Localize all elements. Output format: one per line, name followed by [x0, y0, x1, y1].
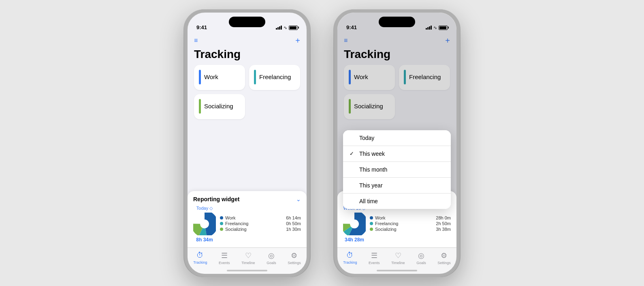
legend-name-socializing-1: Socializing: [225, 227, 247, 232]
app-header-1: ≡ +: [188, 33, 307, 47]
status-time-2: 9:41: [346, 24, 357, 30]
work-label-1: Work: [204, 73, 218, 80]
tab-events-2[interactable]: ☰ Events: [369, 251, 380, 265]
tab-events-label-1: Events: [219, 261, 230, 265]
legend-left-work-1: Work: [220, 215, 235, 220]
battery-icon-1: [289, 26, 298, 30]
home-indicator-1: [227, 270, 267, 271]
tab-goals-label-1: Goals: [267, 261, 276, 265]
signal-bar-2-4: [431, 26, 432, 30]
tab-timeline-1[interactable]: ♡ Timeline: [241, 251, 255, 265]
legend-left-freelancing-1: Freelancing: [220, 221, 248, 226]
tab-timeline-2[interactable]: ♡ Timeline: [391, 251, 405, 265]
wifi-icon-1: ∿: [284, 25, 287, 30]
home-indicator-2: [377, 270, 417, 271]
freelancing-label-1: Freelancing: [259, 73, 291, 80]
signal-bar-2-3: [429, 26, 430, 30]
dropdown-today-label: Today: [359, 135, 374, 141]
dropdown-this-month[interactable]: This month: [343, 162, 451, 178]
legend-row-work-2: Work 28h 0m: [370, 215, 451, 220]
tab-tracking-icon-2: ⏱: [346, 251, 354, 260]
tab-settings-1[interactable]: ⚙ Settings: [288, 251, 301, 265]
menu-icon-1[interactable]: ≡: [194, 37, 198, 44]
legend-row-work-1: Work 6h 14m: [220, 215, 301, 220]
widget-period-1[interactable]: Today ◇: [196, 206, 213, 211]
legend-time-socializing-1: 1h 30m: [286, 227, 301, 232]
legend-left-work-2: Work: [370, 215, 385, 220]
tab-goals-icon-1: ◎: [268, 251, 275, 260]
freelancing-indicator-1: [254, 70, 256, 84]
phone-frame-1: 9:41 ∿ ≡ +: [184, 9, 310, 277]
widget-body-2: Week 16 ◇ 34h 28m W: [343, 206, 451, 243]
tab-tracking-label-1: Tracking: [193, 260, 207, 264]
legend-time-socializing-2: 3h 38m: [436, 227, 451, 232]
tab-goals-1[interactable]: ◎ Goals: [267, 251, 276, 265]
wifi-icon-2: ∿: [433, 25, 437, 30]
dropdown-this-year[interactable]: This year: [343, 178, 451, 194]
signal-bar-3: [279, 26, 280, 30]
dynamic-island-2: [379, 17, 415, 27]
tab-settings-2[interactable]: ⚙ Settings: [437, 251, 451, 265]
phone-1: 9:41 ∿ ≡ +: [184, 9, 310, 277]
reporting-widget-1: Reporting widget ⌄ Today ◇: [188, 191, 307, 247]
category-card-freelancing-1[interactable]: Freelancing: [249, 65, 300, 90]
tab-goals-label-2: Goals: [416, 261, 426, 265]
socializing-indicator-1: [199, 99, 201, 114]
tab-events-icon-2: ☰: [371, 251, 377, 260]
category-card-socializing-1[interactable]: Socializing: [194, 94, 245, 119]
add-icon-1[interactable]: +: [295, 36, 300, 45]
check-this-week: ✓: [350, 151, 356, 157]
legend-name-work-1: Work: [225, 215, 235, 220]
app-content-1: ≡ + Tracking Work Freelancing: [188, 33, 307, 247]
legend-time-work-2: 28h 0m: [436, 215, 451, 220]
tab-events-1[interactable]: ☰ Events: [219, 251, 230, 265]
legend-name-work-2: Work: [375, 215, 385, 220]
widget-body-1: Today ◇ 8h 34m: [193, 206, 301, 243]
dropdown-today[interactable]: Today: [343, 130, 451, 146]
signal-bar-1: [276, 28, 277, 30]
legend-left-socializing-2: Socializing: [370, 227, 397, 232]
legend-row-socializing-1: Socializing 1h 30m: [220, 227, 301, 232]
legend-dot-work-1: [220, 216, 223, 219]
tab-goals-2[interactable]: ◎ Goals: [416, 251, 426, 265]
tab-settings-icon-1: ⚙: [291, 251, 297, 260]
tab-timeline-label-2: Timeline: [391, 261, 405, 265]
socializing-label-1: Socializing: [204, 103, 233, 110]
signal-bar-2-2: [427, 27, 429, 30]
pie-chart-1: [193, 213, 216, 235]
dropdown-this-month-label: This month: [359, 166, 387, 173]
battery-icon-2: [439, 26, 448, 30]
tab-events-icon-1: ☰: [221, 251, 228, 260]
signal-bars-1: [276, 26, 282, 30]
legend-row-socializing-2: Socializing 3h 38m: [370, 227, 451, 232]
tab-goals-icon-2: ◎: [418, 251, 424, 260]
tab-timeline-icon-1: ♡: [245, 251, 252, 260]
tab-timeline-icon-2: ♡: [395, 251, 401, 260]
status-icons-1: ∿: [276, 25, 298, 30]
widget-legend-1: Work 6h 14m Freelancing 0h 50m: [220, 215, 301, 232]
legend-time-freelancing-1: 0h 50m: [286, 221, 301, 226]
dropdown-all-time[interactable]: All time: [343, 194, 451, 209]
signal-bar-2: [277, 27, 279, 30]
widget-left-2: Week 16 ◇ 34h 28m: [343, 206, 366, 243]
widget-legend-2: Work 28h 0m Freelancing 2h 50m: [370, 215, 451, 232]
widget-chevron-1[interactable]: ⌄: [296, 196, 301, 202]
phone-2: 9:41 ∿ ≡ +: [334, 9, 460, 277]
tab-tracking-label-2: Tracking: [343, 260, 357, 264]
pie-chart-2: [343, 213, 366, 235]
tab-settings-icon-2: ⚙: [441, 251, 447, 260]
legend-name-socializing-2: Socializing: [375, 227, 397, 232]
category-card-work-1[interactable]: Work: [194, 65, 245, 90]
legend-time-freelancing-2: 2h 50m: [436, 221, 451, 226]
legend-dot-freelancing-1: [220, 222, 223, 225]
legend-name-freelancing-2: Freelancing: [375, 221, 398, 226]
dynamic-island-1: [229, 17, 265, 27]
phone-screen-1: 9:41 ∿ ≡ +: [188, 13, 307, 274]
tab-tracking-2[interactable]: ⏱ Tracking: [343, 251, 357, 264]
battery-fill-1: [290, 26, 296, 29]
dropdown-this-year-label: This year: [359, 182, 383, 189]
dropdown-this-week[interactable]: ✓ This week: [343, 146, 451, 162]
dropdown-this-week-label: This week: [359, 151, 385, 157]
tab-settings-label-1: Settings: [288, 261, 301, 265]
tab-tracking-1[interactable]: ⏱ Tracking: [193, 251, 207, 264]
